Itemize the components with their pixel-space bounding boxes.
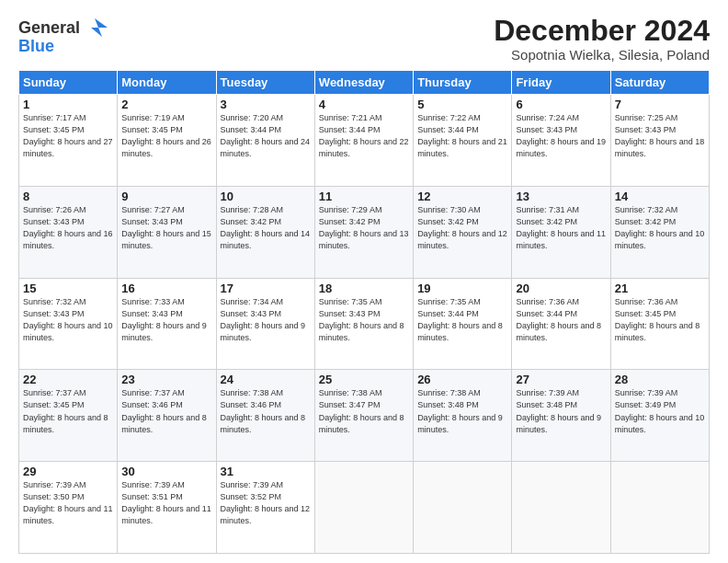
table-row: 15 Sunrise: 7:32 AM Sunset: 3:43 PM Dayl…: [19, 278, 118, 370]
page: General Blue December 2024 Sopotnia Wiel…: [0, 0, 728, 563]
table-row: 3 Sunrise: 7:20 AM Sunset: 3:44 PM Dayli…: [216, 95, 314, 187]
day-info: Sunrise: 7:39 AM Sunset: 3:48 PM Dayligh…: [516, 387, 606, 435]
col-tuesday: Tuesday: [216, 71, 314, 95]
table-row: 8 Sunrise: 7:26 AM Sunset: 3:43 PM Dayli…: [19, 186, 118, 278]
table-row: 14 Sunrise: 7:32 AM Sunset: 3:42 PM Dayl…: [610, 186, 709, 278]
day-info: Sunrise: 7:34 AM Sunset: 3:43 PM Dayligh…: [221, 296, 311, 344]
table-row: 19 Sunrise: 7:35 AM Sunset: 3:44 PM Dayl…: [414, 278, 512, 370]
day-number: 11: [319, 190, 409, 203]
table-row: [610, 462, 709, 554]
header: General Blue December 2024 Sopotnia Wiel…: [18, 15, 710, 63]
day-info: Sunrise: 7:22 AM Sunset: 3:44 PM Dayligh…: [417, 112, 507, 160]
table-row: [314, 462, 413, 554]
day-info: Sunrise: 7:35 AM Sunset: 3:44 PM Dayligh…: [417, 296, 507, 344]
logo-general: General: [18, 18, 80, 38]
day-info: Sunrise: 7:38 AM Sunset: 3:47 PM Dayligh…: [319, 387, 409, 435]
day-number: 21: [615, 282, 705, 295]
calendar-week-2: 8 Sunrise: 7:26 AM Sunset: 3:43 PM Dayli…: [19, 186, 710, 278]
table-row: 23 Sunrise: 7:37 AM Sunset: 3:46 PM Dayl…: [118, 370, 216, 462]
day-number: 18: [319, 282, 409, 295]
day-number: 8: [23, 190, 113, 203]
calendar-week-5: 29 Sunrise: 7:39 AM Sunset: 3:50 PM Dayl…: [19, 462, 710, 554]
day-info: Sunrise: 7:21 AM Sunset: 3:44 PM Dayligh…: [319, 112, 409, 160]
col-saturday: Saturday: [610, 71, 709, 95]
day-info: Sunrise: 7:37 AM Sunset: 3:45 PM Dayligh…: [23, 387, 113, 435]
day-info: Sunrise: 7:19 AM Sunset: 3:45 PM Dayligh…: [121, 112, 211, 160]
table-row: 22 Sunrise: 7:37 AM Sunset: 3:45 PM Dayl…: [19, 370, 118, 462]
day-number: 13: [516, 190, 606, 203]
table-row: 26 Sunrise: 7:38 AM Sunset: 3:48 PM Dayl…: [414, 370, 512, 462]
table-row: 2 Sunrise: 7:19 AM Sunset: 3:45 PM Dayli…: [118, 95, 216, 187]
day-info: Sunrise: 7:33 AM Sunset: 3:43 PM Dayligh…: [121, 296, 211, 344]
day-number: 3: [221, 98, 311, 111]
day-info: Sunrise: 7:39 AM Sunset: 3:50 PM Dayligh…: [23, 479, 113, 527]
table-row: 10 Sunrise: 7:28 AM Sunset: 3:42 PM Dayl…: [216, 186, 314, 278]
day-info: Sunrise: 7:26 AM Sunset: 3:43 PM Dayligh…: [23, 204, 113, 252]
day-number: 6: [516, 98, 606, 111]
day-info: Sunrise: 7:39 AM Sunset: 3:52 PM Dayligh…: [221, 479, 311, 527]
day-info: Sunrise: 7:31 AM Sunset: 3:42 PM Dayligh…: [516, 204, 606, 252]
table-row: 17 Sunrise: 7:34 AM Sunset: 3:43 PM Dayl…: [216, 278, 314, 370]
col-friday: Friday: [512, 71, 610, 95]
day-number: 19: [417, 282, 507, 295]
table-row: 18 Sunrise: 7:35 AM Sunset: 3:43 PM Dayl…: [314, 278, 413, 370]
location-title: Sopotnia Wielka, Silesia, Poland: [494, 47, 710, 63]
table-row: 11 Sunrise: 7:29 AM Sunset: 3:42 PM Dayl…: [314, 186, 413, 278]
table-row: 31 Sunrise: 7:39 AM Sunset: 3:52 PM Dayl…: [216, 462, 314, 554]
col-thursday: Thursday: [414, 71, 512, 95]
svg-marker-0: [91, 18, 108, 37]
day-info: Sunrise: 7:27 AM Sunset: 3:43 PM Dayligh…: [121, 204, 211, 252]
day-info: Sunrise: 7:20 AM Sunset: 3:44 PM Dayligh…: [221, 112, 311, 160]
day-info: Sunrise: 7:24 AM Sunset: 3:43 PM Dayligh…: [516, 112, 606, 160]
table-row: 27 Sunrise: 7:39 AM Sunset: 3:48 PM Dayl…: [512, 370, 610, 462]
day-info: Sunrise: 7:17 AM Sunset: 3:45 PM Dayligh…: [23, 112, 113, 160]
calendar-week-1: 1 Sunrise: 7:17 AM Sunset: 3:45 PM Dayli…: [19, 95, 710, 187]
day-info: Sunrise: 7:32 AM Sunset: 3:42 PM Dayligh…: [615, 204, 705, 252]
day-info: Sunrise: 7:36 AM Sunset: 3:44 PM Dayligh…: [516, 296, 606, 344]
day-info: Sunrise: 7:30 AM Sunset: 3:42 PM Dayligh…: [417, 204, 507, 252]
day-info: Sunrise: 7:38 AM Sunset: 3:48 PM Dayligh…: [417, 387, 507, 435]
day-number: 1: [23, 98, 113, 111]
table-row: 20 Sunrise: 7:36 AM Sunset: 3:44 PM Dayl…: [512, 278, 610, 370]
calendar-header-row: Sunday Monday Tuesday Wednesday Thursday…: [19, 71, 710, 95]
month-title: December 2024: [494, 15, 710, 47]
day-number: 27: [516, 373, 606, 386]
table-row: [512, 462, 610, 554]
calendar-week-4: 22 Sunrise: 7:37 AM Sunset: 3:45 PM Dayl…: [19, 370, 710, 462]
calendar-week-3: 15 Sunrise: 7:32 AM Sunset: 3:43 PM Dayl…: [19, 278, 710, 370]
day-number: 16: [121, 282, 211, 295]
day-number: 26: [417, 373, 507, 386]
day-number: 22: [23, 373, 113, 386]
day-info: Sunrise: 7:29 AM Sunset: 3:42 PM Dayligh…: [319, 204, 409, 252]
col-sunday: Sunday: [19, 71, 118, 95]
table-row: 25 Sunrise: 7:38 AM Sunset: 3:47 PM Dayl…: [314, 370, 413, 462]
day-number: 28: [615, 373, 705, 386]
day-info: Sunrise: 7:35 AM Sunset: 3:43 PM Dayligh…: [319, 296, 409, 344]
day-number: 29: [23, 465, 113, 478]
table-row: 13 Sunrise: 7:31 AM Sunset: 3:42 PM Dayl…: [512, 186, 610, 278]
table-row: 7 Sunrise: 7:25 AM Sunset: 3:43 PM Dayli…: [610, 95, 709, 187]
day-number: 9: [121, 190, 211, 203]
day-number: 4: [319, 98, 409, 111]
table-row: [414, 462, 512, 554]
day-number: 20: [516, 282, 606, 295]
table-row: 24 Sunrise: 7:38 AM Sunset: 3:46 PM Dayl…: [216, 370, 314, 462]
table-row: 6 Sunrise: 7:24 AM Sunset: 3:43 PM Dayli…: [512, 95, 610, 187]
table-row: 5 Sunrise: 7:22 AM Sunset: 3:44 PM Dayli…: [414, 95, 512, 187]
day-number: 12: [417, 190, 507, 203]
table-row: 29 Sunrise: 7:39 AM Sunset: 3:50 PM Dayl…: [19, 462, 118, 554]
day-number: 24: [221, 373, 311, 386]
day-number: 23: [121, 373, 211, 386]
day-number: 25: [319, 373, 409, 386]
logo-bird-icon: [82, 15, 108, 40]
day-info: Sunrise: 7:39 AM Sunset: 3:51 PM Dayligh…: [121, 479, 211, 527]
day-info: Sunrise: 7:28 AM Sunset: 3:42 PM Dayligh…: [221, 204, 311, 252]
table-row: 12 Sunrise: 7:30 AM Sunset: 3:42 PM Dayl…: [414, 186, 512, 278]
day-info: Sunrise: 7:39 AM Sunset: 3:49 PM Dayligh…: [615, 387, 705, 435]
day-number: 10: [221, 190, 311, 203]
day-info: Sunrise: 7:37 AM Sunset: 3:46 PM Dayligh…: [121, 387, 211, 435]
day-number: 7: [615, 98, 705, 111]
day-number: 30: [121, 465, 211, 478]
title-block: December 2024 Sopotnia Wielka, Silesia, …: [494, 15, 710, 63]
table-row: 4 Sunrise: 7:21 AM Sunset: 3:44 PM Dayli…: [314, 95, 413, 187]
